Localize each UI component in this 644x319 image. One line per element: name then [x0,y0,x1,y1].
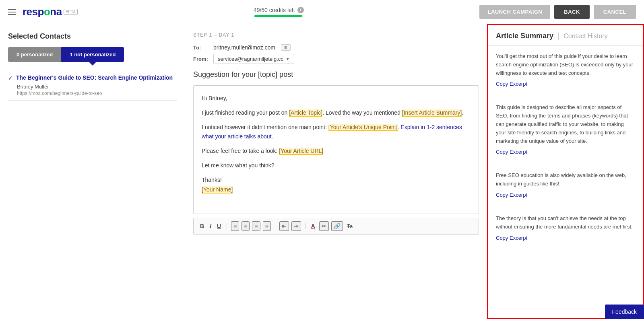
left-panel: Selected Contacts 0 personalized 1 not p… [0,24,185,319]
excerpt-text-2: Free SEO education is also widely availa… [496,171,635,188]
tab-divider: | [557,31,559,41]
excerpt-text-1: This guide is designed to describe all m… [496,103,635,145]
credits-text: 49/50 credits left i [254,7,304,13]
article-topic-placeholder: [Article Topic] [289,109,322,117]
from-select[interactable]: services@ragnarmiljeteig.cc ▼ [213,54,294,64]
article-url-placeholder: [Your Article URL] [279,148,323,155]
editor-toolbar: B I U ≡ ≡ ≡ ≡ ⇤ ⇥ A ✏ 🔗 Tx [193,218,479,235]
font-color-button[interactable]: A [310,222,317,230]
logo: respona BETA [23,6,78,18]
body-greeting: Hi Britney, [202,94,471,103]
right-panel-content: You'll get the most out of this guide if… [488,46,643,263]
contact-name-row: ✓ The Beginner's Guide to SEO: Search En… [8,74,177,82]
from-select-arrow: ▼ [286,57,290,61]
to-label: To: [193,45,209,51]
feedback-button[interactable]: Feedback [605,305,644,319]
unique-point-placeholder: [Your Article's Unique Point] [328,124,398,131]
beta-badge: BETA [64,9,78,15]
excerpt-block-2: Free SEO education is also widely availa… [496,171,635,206]
contact-article-title[interactable]: The Beginner's Guide to SEO: Search Engi… [16,74,173,82]
body-thanks: Thanks! [Your Name] [202,175,471,195]
header-center: 49/50 credits left i [78,7,479,17]
hamburger-menu[interactable] [8,9,16,15]
align-left-button[interactable]: ≡ [231,221,239,231]
body-paragraph-3: Please feel free to take a look: [Your A… [202,146,471,156]
copy-excerpt-link-1[interactable]: Copy Excerpt [496,149,527,155]
contact-history-tab[interactable]: Contact History [564,33,607,40]
from-label: From: [193,56,209,62]
body-paragraph-1: I just finished reading your post on [Ar… [202,108,471,118]
right-panel: Article Summary | Contact History You'll… [487,24,644,319]
italic-button[interactable]: I [208,222,213,230]
launch-campaign-button[interactable]: LAUNCH CAMPAIGN [479,5,550,19]
contact-name: Britney Muller [17,84,177,90]
contacts-icon[interactable]: ⊞ [281,44,291,51]
check-icon: ✓ [8,75,13,81]
credits-info-icon[interactable]: i [297,7,304,13]
excerpt-text-3: The theory is that you can't achieve the… [496,214,635,231]
indent-decrease-button[interactable]: ⇤ [279,221,289,231]
back-button[interactable]: BACK [554,5,590,19]
to-row: To: britney.muller@moz.com ⊞ [193,44,479,51]
middle-panel: STEP 1 – DAY 1 To: britney.muller@moz.co… [185,24,487,319]
toolbar-divider-2 [275,223,275,229]
header: respona BETA 49/50 credits left i LAUNCH… [0,0,644,24]
article-summary-tab[interactable]: Article Summary [496,32,553,40]
tab-not-personalized[interactable]: 1 not personalized [61,47,124,62]
indent-increase-button[interactable]: ⇥ [291,221,301,231]
contact-item: ✓ The Beginner's Guide to SEO: Search En… [8,70,177,101]
align-center-button[interactable]: ≡ [242,221,250,231]
credits-bar [254,15,303,17]
email-subject: Suggestion for your [topic] post [193,70,479,79]
toolbar-divider-1 [227,223,227,229]
clear-format-button[interactable]: Tx [345,222,354,230]
step-label: STEP 1 – DAY 1 [193,32,479,38]
header-left: respona BETA [8,6,78,18]
body-paragraph-2: I noticed however it didn't mention one … [202,123,471,142]
right-panel-tabs: Article Summary | Contact History [488,25,643,46]
credits-bar-fill [254,15,302,17]
tab-personalized[interactable]: 0 personalized [8,47,61,62]
main-container: Selected Contacts 0 personalized 1 not p… [0,24,644,319]
cancel-button[interactable]: CANCEL [594,5,636,19]
excerpt-block-3: The theory is that you can't achieve the… [496,214,635,249]
copy-excerpt-link-2[interactable]: Copy Excerpt [496,192,527,198]
underline-button[interactable]: U [215,222,223,230]
insert-article-summary-placeholder: [Insert Article Summary] [402,109,462,117]
to-address: britney.muller@moz.com [213,44,275,51]
bold-button[interactable]: B [198,222,206,230]
tabs-row: 0 personalized 1 not personalized [8,47,177,62]
from-row: From: services@ragnarmiljeteig.cc ▼ [193,54,479,64]
align-justify-button[interactable]: ≡ [263,221,271,231]
header-right: LAUNCH CAMPAIGN BACK CANCEL [479,5,636,19]
copy-excerpt-link-3[interactable]: Copy Excerpt [496,235,527,241]
excerpt-text-0: You'll get the most out of this guide if… [496,52,635,77]
copy-excerpt-link-0[interactable]: Copy Excerpt [496,81,527,87]
toolbar-divider-3 [305,223,305,229]
body-paragraph-4: Let me know what you think? [202,161,471,171]
link-button[interactable]: 🔗 [331,221,343,231]
excerpt-block-0: You'll get the most out of this guide if… [496,52,635,95]
contact-url: https://moz.com/beginners-guide-to-seo [17,91,177,96]
from-address: services@ragnarmiljeteig.cc [218,56,283,62]
highlight-button[interactable]: ✏ [319,221,329,231]
align-right-button[interactable]: ≡ [252,221,260,231]
email-fields: To: britney.muller@moz.com ⊞ From: servi… [193,44,479,64]
excerpt-block-1: This guide is designed to describe all m… [496,103,635,163]
your-name-placeholder: [Your Name] [202,186,233,193]
selected-contacts-title: Selected Contacts [8,32,177,41]
logo-text: respona [23,6,62,18]
email-body[interactable]: Hi Britney, I just finished reading your… [193,85,479,214]
